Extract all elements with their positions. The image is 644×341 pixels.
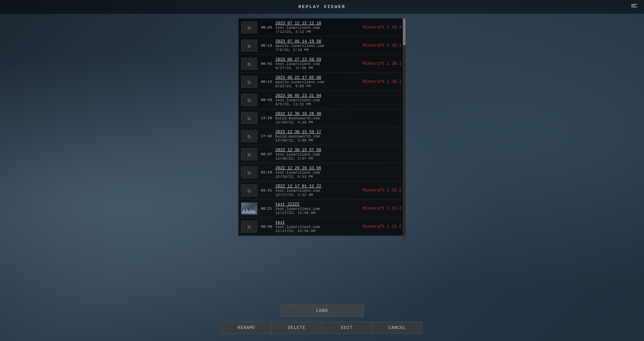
replay-thumbnail: ↻ (241, 76, 257, 88)
btn-row-actions: RENAME DELETE EDIT CANCEL (221, 322, 423, 334)
replay-info: 2023_06_05_23_31_04test.lunarclient.com6… (275, 94, 401, 106)
replay-item[interactable]: ↻00:432023_06_05_23_31_04test.lunarclien… (238, 91, 406, 109)
refresh-icon: ↻ (248, 60, 251, 67)
refresh-icon: ↻ (248, 42, 251, 49)
replay-list: ↻00:342023_07_12_15_12_10test.lunarclien… (238, 18, 406, 236)
replay-version: Minecraft 1.20.1 (363, 61, 401, 66)
replay-item[interactable]: ↻00:132023_07_06_14_19_50apollo.lunarcli… (238, 37, 406, 55)
scrollbar-thumb[interactable] (403, 18, 406, 45)
replay-info: 2022_12_30_16_28_48build.moonsworth.com1… (275, 112, 401, 124)
replay-info: 2023_07_06_14_19_50apollo.lunarclient.co… (275, 39, 363, 52)
replay-duration: 13:20 (260, 116, 272, 120)
replay-date: 7/12/23, 3:12 PM (275, 30, 363, 34)
replay-date: 12/30/22, 3:59 PM (275, 138, 401, 143)
replay-server: test.lunarclient.com (275, 207, 363, 211)
top-bar: REPLAY VIEWER (0, 0, 644, 14)
replay-info: testtest.lunarclient.com12/17/22, 12:39 … (275, 220, 363, 233)
replay-info: 2023_06_22_17_05_00apollo.lunarclient.co… (275, 75, 363, 88)
replay-name: 2023_07_06_14_19_50 (275, 39, 363, 44)
replay-duration: 01:41 (260, 188, 272, 192)
replay-server: apollo.lunarclient.com (275, 80, 363, 84)
refresh-icon: ↻ (248, 151, 251, 158)
replay-info: 2022_12_30_15_59_17build.moonsworth.com1… (275, 130, 401, 143)
replay-name: 2022_12_30_16_28_48 (275, 112, 401, 116)
replay-duration: 00:37 (260, 152, 272, 156)
replay-name: 2023_06_27_23_58_59 (275, 57, 363, 62)
edit-button[interactable]: EDIT (322, 322, 372, 334)
replay-version: Minecraft 1.19.4 (363, 25, 401, 30)
replay-server: test.lunarclient.com (275, 98, 401, 102)
replay-name: 2022_12_17_01_12_22 (275, 184, 363, 189)
replay-info: 2022_12_30_15_57_58test.lunarclient.com1… (275, 148, 401, 161)
replay-thumbnail: ↻ (241, 148, 257, 160)
replay-version: Minecraft 1.20.1 (363, 79, 401, 84)
replay-item[interactable]: 00:21test 22222test.lunarclient.com12/17… (238, 200, 406, 218)
replay-duration: 00:34 (260, 25, 272, 30)
replay-thumbnail: ↻ (241, 112, 257, 124)
refresh-icon: ↻ (248, 114, 251, 122)
replay-date: 12/17/22, 12:39 AM (275, 229, 363, 233)
refresh-icon: ↻ (248, 96, 251, 104)
replay-duration: 00:43 (260, 98, 272, 102)
replay-thumbnail: ↻ (241, 221, 257, 233)
replay-item[interactable]: ↻01:412022_12_17_01_12_22test.lunarclien… (238, 181, 406, 200)
refresh-icon: ↻ (248, 223, 251, 230)
replay-name: 2022_12_30_15_59_17 (275, 130, 401, 134)
page-title: REPLAY VIEWER (299, 4, 345, 9)
replay-item[interactable]: ↻27:422022_12_30_15_59_17build.moonswort… (238, 127, 406, 145)
replay-item[interactable]: ↻00:48testtest.lunarclient.com12/17/22, … (238, 218, 406, 236)
replay-thumbnail: ↻ (241, 184, 257, 196)
replay-server: test.lunarclient.com (275, 62, 363, 66)
replay-thumbnail: ↻ (241, 166, 257, 178)
replay-duration: 00:42 (260, 62, 272, 66)
replay-info: test 22222test.lunarclient.com12/17/22, … (275, 202, 363, 215)
delete-button[interactable]: DELETE (272, 322, 322, 334)
replay-name: test (275, 220, 363, 225)
replay-server: build.moonsworth.com (275, 116, 401, 120)
replay-date: 12/30/22, 4:28 PM (275, 120, 401, 124)
replay-item[interactable]: ↻00:422023_06_27_23_58_59test.lunarclien… (238, 55, 406, 73)
replay-duration: 01:19 (260, 170, 272, 174)
replay-thumbnail: ↻ (241, 21, 257, 34)
replay-item[interactable]: ↻00:122023_06_22_17_05_00apollo.lunarcli… (238, 73, 406, 91)
cancel-button[interactable]: CANCEL (372, 322, 423, 334)
replay-name: test 22222 (275, 202, 363, 207)
refresh-icon: ↻ (248, 24, 251, 31)
refresh-icon: ↻ (248, 132, 251, 140)
btn-row-load: LOAD (280, 304, 364, 317)
replay-name: 2023_06_22_17_05_00 (275, 75, 363, 80)
replay-duration: 00:12 (260, 80, 272, 84)
refresh-icon: ↻ (248, 187, 251, 194)
replay-server: apollo.lunarclient.com (275, 44, 363, 48)
load-button[interactable]: LOAD (280, 304, 364, 317)
rename-button[interactable]: RENAME (221, 322, 272, 334)
replay-name: 2023_06_05_23_31_04 (275, 94, 401, 98)
settings-icon[interactable] (630, 3, 639, 9)
replay-date: 12/17/22, 1:12 AM (275, 193, 363, 197)
replay-item[interactable]: ↻13:202022_12_30_16_28_48build.moonswort… (238, 109, 406, 127)
replay-name: 2022_12_30_15_57_58 (275, 148, 401, 153)
scrollbar-track[interactable] (403, 18, 406, 240)
replay-info: 2023_07_12_15_12_10test.lunarclient.com7… (275, 21, 363, 34)
replay-date: 12/30/22, 3:57 PM (275, 157, 401, 161)
replay-name: 2023_07_12_15_12_10 (275, 21, 363, 26)
refresh-icon: ↻ (248, 169, 251, 176)
replay-date: 7/6/23, 2:19 PM (275, 48, 363, 52)
replay-server: test.lunarclient.com (275, 225, 363, 229)
replay-date: 6/27/23, 11:58 PM (275, 66, 363, 70)
replay-server: test.lunarclient.com (275, 26, 363, 30)
replay-duration: 27:42 (260, 134, 272, 138)
replay-server: test.lunarclient.com (275, 189, 363, 193)
replay-item[interactable]: ↻01:192022_12_29_20_33_56test.lunarclien… (238, 163, 406, 181)
replay-date: 6/22/23, 5:05 PM (275, 84, 363, 88)
replay-thumbnail (241, 203, 257, 215)
replay-info: 2023_06_27_23_58_59test.lunarclient.com6… (275, 57, 363, 70)
replay-version: Minecraft 1.20.1 (363, 43, 401, 48)
replay-name: 2022_12_29_20_33_56 (275, 166, 401, 171)
main-container: ↻00:342023_07_12_15_12_10test.lunarclien… (0, 14, 644, 341)
replay-version: Minecraft 1.19.2 (363, 224, 401, 229)
replay-duration: 00:13 (260, 44, 272, 48)
replay-server: build.moonsworth.com (275, 134, 401, 138)
replay-item[interactable]: ↻00:372022_12_30_15_57_58test.lunarclien… (238, 145, 406, 163)
replay-item[interactable]: ↻00:342023_07_12_15_12_10test.lunarclien… (238, 18, 406, 37)
